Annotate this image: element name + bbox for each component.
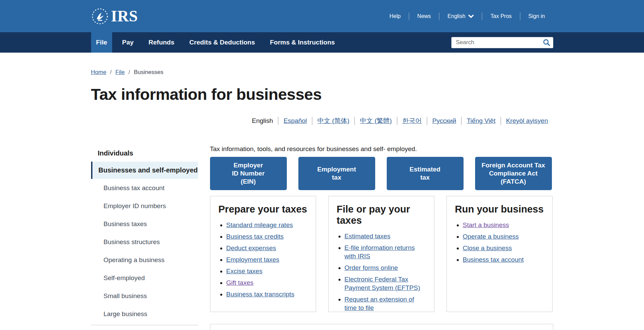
sidebar-item-small-business[interactable]: Small business bbox=[91, 287, 198, 305]
card-link-business-tax-transcripts[interactable]: Business tax transcripts bbox=[226, 291, 295, 298]
list-item: Business tax credits bbox=[226, 232, 308, 241]
list-item: Operate a business bbox=[463, 232, 544, 241]
sidebar-divider bbox=[91, 325, 198, 325]
irs-eagle-icon bbox=[91, 7, 109, 25]
page-title: Tax information for businesses bbox=[91, 85, 553, 104]
sidebar-item-businesses-self-employed[interactable]: Businesses and self-employed bbox=[91, 162, 198, 179]
utility-nav: Help News English Tax Pros Sign in bbox=[381, 13, 553, 20]
card-prepare-your-taxes: Prepare your taxes Standard mileage rate… bbox=[210, 196, 316, 312]
card-run-your-business: Run your business Start a business Opera… bbox=[447, 196, 553, 312]
search-icon bbox=[543, 39, 550, 46]
list-item: Business tax account bbox=[463, 255, 544, 264]
list-item: Request an extension of time to file bbox=[345, 295, 426, 312]
utility-language-dropdown[interactable]: English bbox=[439, 13, 482, 19]
search-box bbox=[451, 37, 553, 48]
breadcrumb-link-file[interactable]: File bbox=[116, 69, 125, 76]
card-file-or-pay-your-taxes: File or pay your taxes Estimated taxes E… bbox=[328, 196, 434, 312]
nav-item-forms-instructions[interactable]: Forms & Instructions bbox=[265, 32, 340, 53]
sidebar-nav: Individuals Businesses and self-employed… bbox=[91, 145, 198, 330]
irs-logo[interactable]: IRS bbox=[91, 7, 138, 25]
tile-estimated-tax[interactable]: Estimated tax bbox=[387, 157, 464, 190]
card-link-employment-taxes[interactable]: Employment taxes bbox=[226, 256, 279, 263]
language-current-english: English bbox=[247, 117, 278, 125]
card-link-estimated-taxes[interactable]: Estimated taxes bbox=[345, 233, 390, 240]
card-link-eftps[interactable]: Electronic Federal Tax Payment System (E… bbox=[345, 276, 420, 291]
list-item: Start a business bbox=[463, 221, 544, 229]
utility-language-label: English bbox=[448, 13, 465, 19]
list-item: Gift taxes bbox=[226, 278, 308, 287]
sidebar-item-charities-nonprofits[interactable]: Charities and nonprofits bbox=[91, 327, 198, 330]
top-header-bar: IRS Help News English Tax Pros Sign in bbox=[0, 0, 644, 32]
breadcrumb-current: Businesses bbox=[134, 69, 163, 76]
partially-visible-content-box bbox=[210, 324, 553, 330]
nav-item-refunds[interactable]: Refunds bbox=[143, 32, 179, 53]
card-link-excise-taxes[interactable]: Excise taxes bbox=[226, 268, 263, 275]
card-link-list: Estimated taxes E-file information retur… bbox=[337, 232, 426, 312]
breadcrumb: Home / File / Businesses bbox=[91, 69, 553, 76]
primary-nav-bar: File Pay Refunds Credits & Deductions Fo… bbox=[0, 32, 644, 53]
card-link-start-a-business[interactable]: Start a business bbox=[463, 221, 509, 228]
card-link-business-tax-account[interactable]: Business tax account bbox=[463, 256, 524, 263]
tile-employment-tax[interactable]: Employment tax bbox=[298, 157, 375, 190]
utility-link-help[interactable]: Help bbox=[381, 13, 409, 19]
utility-link-sign-in[interactable]: Sign in bbox=[520, 13, 553, 19]
language-link-vietnamese[interactable]: Tiếng Việt bbox=[461, 117, 501, 125]
intro-text: Tax information, tools, and resources fo… bbox=[210, 145, 553, 153]
nav-item-pay[interactable]: Pay bbox=[117, 32, 139, 53]
card-link-standard-mileage-rates[interactable]: Standard mileage rates bbox=[226, 221, 293, 228]
nav-item-credits-deductions[interactable]: Credits & Deductions bbox=[184, 32, 260, 53]
tile-fatca[interactable]: Foreign Account Tax Compliance Act (FATC… bbox=[475, 157, 552, 190]
card-link-list: Start a business Operate a business Clos… bbox=[455, 221, 544, 264]
list-item: E-file information returns with IRIS bbox=[345, 243, 426, 260]
irs-logo-text: IRS bbox=[111, 8, 138, 24]
sidebar-item-employer-id-numbers[interactable]: Employer ID numbers bbox=[91, 197, 198, 215]
nav-item-file[interactable]: File bbox=[91, 32, 112, 53]
sidebar-item-self-employed[interactable]: Self-employed bbox=[91, 269, 198, 287]
card-title: Run your business bbox=[455, 204, 544, 215]
sidebar-item-operating-a-business[interactable]: Operating a business bbox=[91, 251, 198, 269]
main-content: Tax information, tools, and resources fo… bbox=[210, 145, 553, 330]
breadcrumb-link-home[interactable]: Home bbox=[91, 69, 106, 76]
list-item: Employment taxes bbox=[226, 255, 308, 264]
language-link-chinese-traditional[interactable]: 中文 (繁體) bbox=[354, 117, 397, 125]
list-item: Excise taxes bbox=[226, 267, 308, 275]
sidebar-item-business-structures[interactable]: Business structures bbox=[91, 233, 198, 251]
chevron-down-icon bbox=[468, 15, 474, 18]
sidebar-item-individuals[interactable]: Individuals bbox=[91, 145, 198, 162]
card-link-order-forms-online[interactable]: Order forms online bbox=[345, 264, 398, 271]
list-item: Deduct expenses bbox=[226, 244, 308, 252]
language-switcher: English Español 中文 (简体) 中文 (繁體) 한국어 Русс… bbox=[91, 117, 553, 125]
search-button[interactable] bbox=[543, 39, 550, 46]
card-link-business-tax-credits[interactable]: Business tax credits bbox=[226, 233, 284, 240]
language-link-chinese-simplified[interactable]: 中文 (简体) bbox=[312, 117, 354, 125]
tile-employer-id-number[interactable]: Employer ID Number (EIN) bbox=[210, 157, 287, 190]
sidebar-item-business-tax-account[interactable]: Business tax account bbox=[91, 179, 198, 197]
card-link-request-extension-to-file[interactable]: Request an extension of time to file bbox=[345, 296, 414, 311]
language-link-russian[interactable]: Русский bbox=[427, 117, 462, 125]
card-link-operate-a-business[interactable]: Operate a business bbox=[463, 233, 519, 240]
language-link-korean[interactable]: 한국어 bbox=[397, 117, 427, 125]
list-item: Business tax transcripts bbox=[226, 290, 308, 298]
card-link-deduct-expenses[interactable]: Deduct expenses bbox=[226, 244, 276, 252]
utility-link-tax-pros[interactable]: Tax Pros bbox=[482, 13, 520, 19]
topic-cards: Prepare your taxes Standard mileage rate… bbox=[210, 196, 553, 312]
list-item: Close a business bbox=[463, 244, 544, 252]
language-link-spanish[interactable]: Español bbox=[278, 117, 312, 125]
card-title: Prepare your taxes bbox=[219, 204, 308, 215]
sidebar-item-business-taxes[interactable]: Business taxes bbox=[91, 215, 198, 233]
card-link-close-a-business[interactable]: Close a business bbox=[463, 244, 512, 252]
list-item: Order forms online bbox=[345, 263, 426, 272]
sidebar-item-large-business[interactable]: Large business bbox=[91, 305, 198, 323]
search-input[interactable] bbox=[451, 37, 553, 48]
quick-link-tiles: Employer ID Number (EIN) Employment tax … bbox=[210, 157, 553, 190]
card-link-gift-taxes[interactable]: Gift taxes bbox=[226, 279, 254, 286]
language-link-haitian-creole[interactable]: Kreyòl ayisyen bbox=[501, 117, 553, 125]
list-item: Electronic Federal Tax Payment System (E… bbox=[345, 275, 426, 292]
list-item: Estimated taxes bbox=[345, 232, 426, 240]
utility-link-news[interactable]: News bbox=[409, 13, 439, 19]
card-link-efile-information-returns-iris[interactable]: E-file information returns with IRIS bbox=[345, 244, 415, 260]
breadcrumb-separator: / bbox=[128, 69, 130, 76]
card-title: File or pay your taxes bbox=[337, 204, 426, 226]
card-link-list: Standard mileage rates Business tax cred… bbox=[219, 221, 308, 298]
list-item: Standard mileage rates bbox=[226, 221, 308, 229]
